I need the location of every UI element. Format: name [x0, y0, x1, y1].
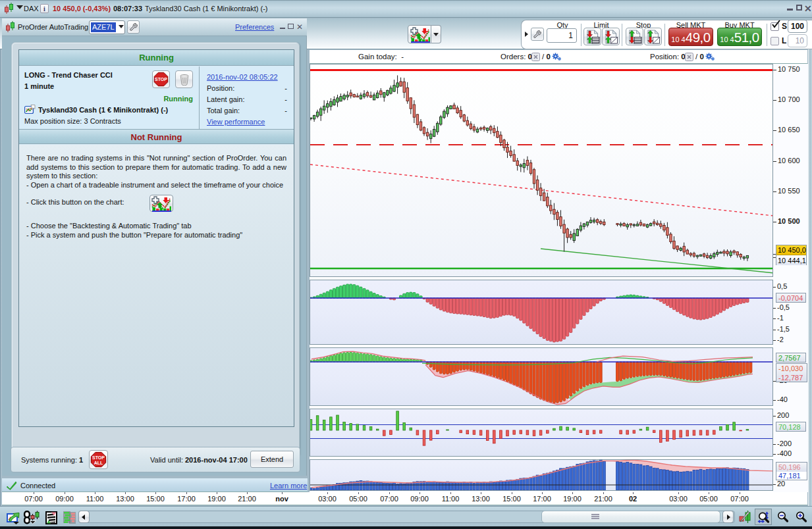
svg-text:STOP: STOP [155, 77, 167, 82]
svg-text:ALL: ALL [94, 461, 103, 465]
svg-text:STOP: STOP [92, 455, 105, 460]
